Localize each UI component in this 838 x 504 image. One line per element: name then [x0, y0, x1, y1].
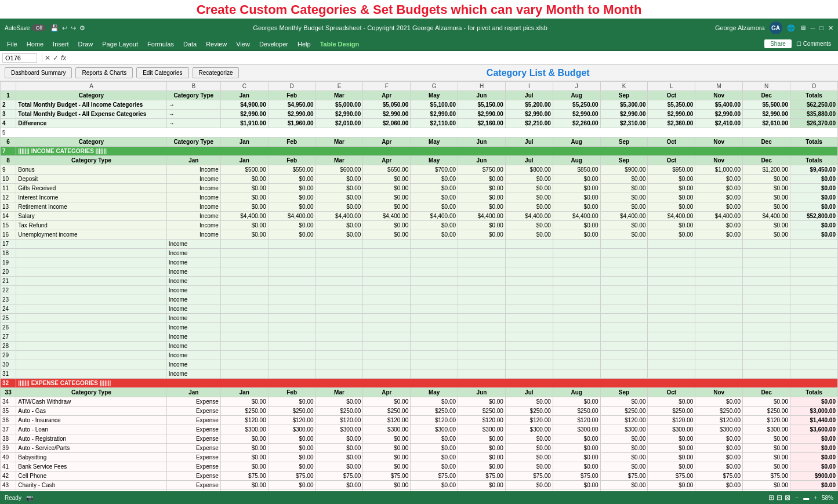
- summary-cell[interactable]: $2,410.00: [695, 119, 743, 128]
- cell[interactable]: $0.00: [220, 202, 268, 212]
- zoom-in-icon[interactable]: +: [814, 495, 817, 501]
- cell[interactable]: $0.00: [600, 193, 648, 202]
- cell[interactable]: $0.00: [600, 230, 648, 240]
- cell[interactable]: $900.00: [790, 472, 837, 481]
- summary-cell[interactable]: Total Monthly Budget - All Income Catego…: [16, 100, 166, 110]
- cell[interactable]: $0.00: [220, 444, 268, 453]
- cell[interactable]: $0.00: [268, 193, 315, 202]
- cell[interactable]: $0.00: [315, 175, 363, 184]
- cell[interactable]: $250.00: [648, 407, 695, 416]
- col-e[interactable]: E: [315, 82, 363, 91]
- cell[interactable]: Auto - Gas: [16, 407, 166, 416]
- confirm-formula-icon[interactable]: ✓: [53, 54, 59, 62]
- summary-cell[interactable]: $5,100.00: [411, 100, 458, 110]
- cell[interactable]: $300.00: [220, 425, 268, 434]
- cell[interactable]: Expense: [166, 453, 220, 462]
- cell[interactable]: $0.00: [268, 397, 315, 407]
- cell[interactable]: Expense: [166, 425, 220, 434]
- cell[interactable]: $0.00: [268, 221, 315, 230]
- summary-cell[interactable]: $2,110.00: [411, 119, 458, 128]
- formula-input[interactable]: [66, 54, 836, 62]
- cell[interactable]: $500.00: [220, 165, 268, 175]
- cell[interactable]: $120.00: [268, 416, 315, 425]
- cell[interactable]: $4,400.00: [220, 212, 268, 221]
- cell[interactable]: $0.00: [505, 175, 553, 184]
- cell[interactable]: $0.00: [363, 481, 411, 490]
- cell[interactable]: $0.00: [458, 175, 506, 184]
- summary-cell[interactable]: $4,900.00: [220, 100, 268, 110]
- cell[interactable]: $0.00: [553, 175, 600, 184]
- cell[interactable]: Salary: [16, 212, 166, 221]
- summary-cell[interactable]: $2,610.00: [743, 119, 790, 128]
- cell[interactable]: Expense: [166, 481, 220, 490]
- cell[interactable]: $0.00: [600, 444, 648, 453]
- customize-icon[interactable]: ⚙: [79, 24, 85, 32]
- cell[interactable]: $0.00: [220, 434, 268, 444]
- zoom-out-icon[interactable]: −: [795, 495, 799, 501]
- cell[interactable]: $0.00: [695, 481, 743, 490]
- summary-cell[interactable]: $2,990.00: [458, 110, 506, 119]
- cell[interactable]: $250.00: [220, 407, 268, 416]
- cell[interactable]: $0.00: [743, 175, 790, 184]
- cell[interactable]: $0.00: [743, 397, 790, 407]
- cell[interactable]: $0.00: [695, 193, 743, 202]
- cell[interactable]: $0.00: [458, 230, 506, 240]
- cell[interactable]: $0.00: [268, 481, 315, 490]
- summary-cell[interactable]: $2,990.00: [743, 110, 790, 119]
- cell[interactable]: $0.00: [458, 434, 506, 444]
- cell[interactable]: $0.00: [553, 202, 600, 212]
- cell[interactable]: $0.00: [648, 221, 695, 230]
- cell[interactable]: Retirement Income: [16, 202, 166, 212]
- summary-cell[interactable]: →: [166, 119, 220, 128]
- zoom-slider[interactable]: ▬: [803, 495, 809, 501]
- summary-cell[interactable]: $4,950.00: [268, 100, 315, 110]
- cell[interactable]: $0.00: [790, 444, 837, 453]
- cell[interactable]: Expense: [166, 444, 220, 453]
- cell[interactable]: $0.00: [553, 184, 600, 193]
- cell[interactable]: $0.00: [600, 481, 648, 490]
- cell[interactable]: $0.00: [505, 184, 553, 193]
- share-button[interactable]: Share: [764, 39, 792, 48]
- cell[interactable]: Income: [166, 230, 220, 240]
- spreadsheet-container[interactable]: A B C D E F G H I J K L M N O 1CategoryC…: [0, 81, 838, 503]
- cell[interactable]: $300.00: [363, 425, 411, 434]
- cell[interactable]: $0.00: [790, 453, 837, 462]
- cell[interactable]: Deposit: [16, 175, 166, 184]
- cell[interactable]: $0.00: [505, 193, 553, 202]
- cell[interactable]: $120.00: [743, 416, 790, 425]
- summary-cell[interactable]: $1,910.00: [220, 119, 268, 128]
- cell[interactable]: $0.00: [411, 481, 458, 490]
- cell[interactable]: Unemployment income: [16, 230, 166, 240]
- normal-view-icon[interactable]: ⊞: [768, 494, 774, 502]
- cell[interactable]: $1,000.00: [695, 165, 743, 175]
- cell[interactable]: $0.00: [220, 481, 268, 490]
- cell[interactable]: $0.00: [600, 221, 648, 230]
- menu-help[interactable]: Help: [293, 39, 315, 49]
- cell[interactable]: $0.00: [648, 444, 695, 453]
- cell[interactable]: $0.00: [695, 444, 743, 453]
- cell[interactable]: $0.00: [505, 397, 553, 407]
- cell[interactable]: $0.00: [600, 434, 648, 444]
- cell[interactable]: $0.00: [790, 434, 837, 444]
- comments-button[interactable]: ☐ Comments: [792, 39, 836, 48]
- cell[interactable]: $0.00: [411, 397, 458, 407]
- cell[interactable]: $0.00: [363, 444, 411, 453]
- col-b[interactable]: B: [166, 82, 220, 91]
- cell[interactable]: $0.00: [411, 184, 458, 193]
- cell[interactable]: $0.00: [268, 453, 315, 462]
- cell-reference[interactable]: [2, 53, 37, 63]
- col-o[interactable]: O: [790, 82, 837, 91]
- summary-cell[interactable]: $5,350.00: [648, 100, 695, 110]
- cell[interactable]: $0.00: [553, 230, 600, 240]
- cell[interactable]: $0.00: [743, 444, 790, 453]
- summary-cell[interactable]: $5,400.00: [695, 100, 743, 110]
- cell[interactable]: $0.00: [363, 184, 411, 193]
- summary-cell[interactable]: $5,300.00: [600, 100, 648, 110]
- cell[interactable]: $0.00: [743, 202, 790, 212]
- cell[interactable]: $0.00: [315, 221, 363, 230]
- cell[interactable]: $75.00: [315, 472, 363, 481]
- insert-function-icon[interactable]: fx: [61, 54, 66, 62]
- cell[interactable]: $0.00: [790, 202, 837, 212]
- cell[interactable]: $4,400.00: [315, 212, 363, 221]
- cell[interactable]: $0.00: [505, 230, 553, 240]
